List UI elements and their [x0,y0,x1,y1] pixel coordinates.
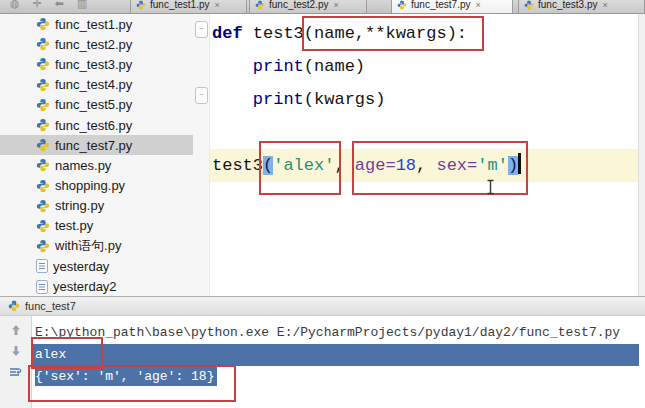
python-file-icon [36,98,50,112]
python-file-icon [36,138,50,152]
code-line: print(name) [210,50,638,83]
down-stack-frame-icon[interactable] [9,344,23,358]
layout-icon[interactable]: ▥ [77,0,87,10]
console-line: alex [32,344,639,366]
code-line: print(kwargs) [210,83,638,116]
code-token: , [416,156,436,175]
python-file-icon [397,0,407,10]
tree-item-label: names.py [55,158,111,173]
tree-item[interactable]: func_test7.py [0,135,193,155]
tree-item-label: func_test1.py [55,17,132,32]
python-icon [8,300,20,312]
editor-tab[interactable]: func_test3.py × [518,0,645,14]
tab-close-icon[interactable]: × [214,0,219,10]
console-line: E:\python_path\base\python.exe E:/Pychar… [32,322,645,344]
tree-item[interactable]: shopping.py [0,176,193,196]
code-token: print [253,57,304,76]
editor-tab[interactable]: func_test2.py × [249,0,367,14]
selected-output-text: {'sex': 'm', 'age': 18} [35,367,217,386]
python-file-icon [36,37,50,51]
tab-label: func_test3.py [538,0,597,10]
tab-close-icon[interactable]: × [333,0,338,10]
tab-close-icon[interactable]: × [475,0,480,10]
tree-item-label: yesterday2 [53,279,117,294]
tree-item[interactable]: string.py [0,196,193,216]
code-token: sex= [436,156,477,175]
tab-label: func_test2.py [269,0,328,10]
collapse-icon[interactable]: ⬅ [55,0,64,10]
code-token: 18 [396,156,416,175]
tree-item[interactable]: func_test1.py [0,14,193,34]
code-token: age= [355,156,396,175]
python-file-icon [36,179,50,193]
code-token: (kwargs) [304,90,386,109]
editor-tab[interactable]: func_test7.py × [391,0,513,14]
tree-item-label: func_test2.py [55,37,132,52]
code-token: def [212,24,253,43]
code-token: ) [508,156,518,175]
tree-item[interactable]: func_test3.py [0,54,193,74]
tree-item-label: yesterday [53,259,109,274]
fold-marker-icon[interactable]: − [195,87,208,104]
tree-item[interactable]: test.py [0,216,193,236]
text-file-icon [36,280,48,294]
editor-gutter: − − [193,14,210,296]
code-token: (name) [304,57,365,76]
settings-icon[interactable]: ✛ [33,0,42,10]
tree-item-label: func_test3.py [55,57,132,72]
project-toolbar: ◍ ✛ ⬅ ▥ [0,0,138,13]
code-editor[interactable]: def test3(name,**kwargs): print(name) pr… [210,14,638,296]
tree-item-label: func_test5.py [55,97,132,112]
python-file-icon [136,0,146,10]
python-file-icon [36,239,50,253]
console-line: {'sex': 'm', 'age': 18} [32,366,645,388]
python-file-icon [36,219,50,233]
python-file-icon [36,158,50,172]
console-output[interactable]: E:\python_path\base\python.exe E:/Pychar… [32,316,645,408]
tree-item[interactable]: func_test4.py [0,75,193,95]
pycharm-window: ◍ ✛ ⬅ ▥ func_test1.py × func_test2.py × … [0,0,645,408]
code-token: ( [263,156,273,175]
up-stack-frame-icon[interactable] [9,323,23,337]
editor-tab[interactable]: func_test1.py × [130,0,247,14]
tab-close-icon[interactable]: × [602,0,607,10]
code-token [212,90,253,109]
tree-item-label: string.py [55,198,104,213]
code-line: test3('alex', age=18, sex='m') [210,149,638,182]
tree-item-label: func_test4.py [55,77,132,92]
python-file-icon [524,0,534,10]
editor-scrollbar[interactable] [638,14,645,296]
run-console: E:\python_path\base\python.exe E:/Pychar… [0,316,645,408]
code-token: print [253,90,304,109]
tab-label: func_test1.py [150,0,209,10]
tree-item[interactable]: func_test2.py [0,34,193,54]
tree-item[interactable]: func_test6.py [0,115,193,135]
python-file-icon [36,199,50,213]
tree-item-label: test.py [55,218,93,233]
code-token: test3 [212,156,263,175]
tab-label: func_test7.py [411,0,470,10]
text-file-icon [36,259,48,273]
tree-item[interactable]: func_test5.py [0,95,193,115]
fold-marker-icon[interactable]: − [195,21,208,38]
code-token: 'm' [477,156,508,175]
ibeam-cursor-icon [486,179,495,195]
code-token: test3(name,**kwargs): [253,24,467,43]
code-token [212,57,253,76]
soft-wrap-icon[interactable] [8,365,23,379]
project-file-tree[interactable]: func_test1.py func_test2.py func_test3.p… [0,14,194,296]
tree-item[interactable]: yesterday2 [0,276,193,296]
code-token: 'alex' [273,156,334,175]
tree-item-label: with语句.py [55,237,121,255]
tree-item[interactable]: with语句.py [0,236,193,256]
python-file-icon [36,57,50,71]
run-panel-header[interactable]: func_test7 [0,296,645,316]
python-file-icon [36,118,50,132]
text-caret [518,153,521,174]
tree-item[interactable]: yesterday [0,256,193,276]
tree-item[interactable]: names.py [0,155,193,175]
run-tab-label: func_test7 [25,300,76,312]
python-file-icon [255,0,265,10]
code-line [210,116,638,149]
toolbar-icon[interactable]: ◍ [10,0,20,10]
